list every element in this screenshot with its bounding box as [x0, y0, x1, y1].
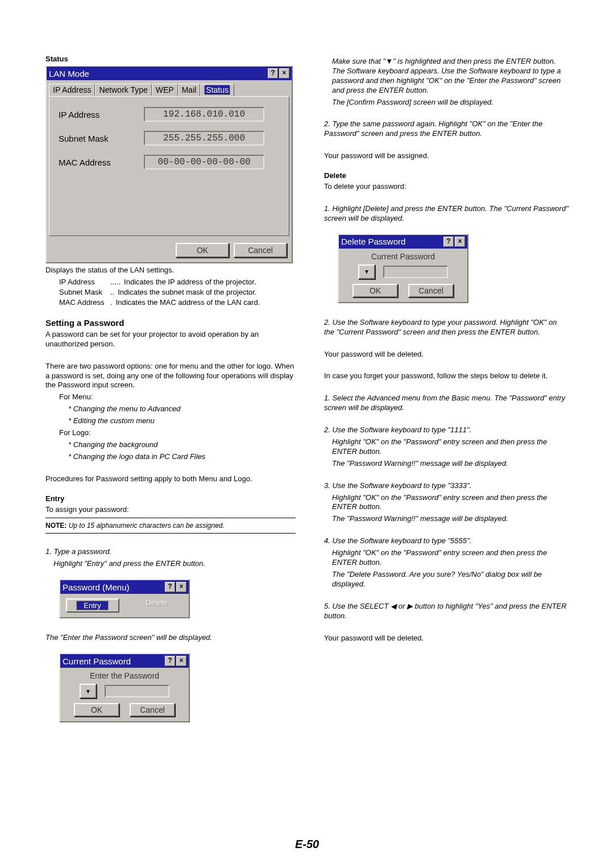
password-menu-titlebar: Password (Menu) ? ×: [60, 580, 189, 594]
delete-password-titlebar: Delete Password ? ×: [339, 235, 467, 249]
forgot-step-3a: 3. Use the Software keyboard to type "33…: [324, 481, 569, 491]
help-icon[interactable]: ?: [268, 68, 278, 78]
rcol-p1: Make sure that "▼" is highlighted and th…: [332, 57, 569, 96]
for-logo-label: For Logo:: [59, 428, 296, 438]
def-mac-dots: .: [110, 298, 113, 307]
def-subnet-desc: Indicates the subnet mask of the project…: [118, 288, 256, 296]
delete-step-2: 2. Use the Software keyboard to type you…: [324, 318, 569, 337]
menu-item-1: * Changing the menu to Advanced: [68, 404, 296, 414]
entry-button-label: Entry: [76, 601, 108, 610]
tab-network-type[interactable]: Network Type: [95, 84, 151, 96]
enter-password-caption: The "Enter the Password screen" will be …: [45, 633, 296, 643]
forgot-step-2b: Highlight "OK" on the "Password" entry s…: [332, 437, 569, 457]
setting-password-p2: There are two password options: one for …: [45, 362, 296, 391]
subnet-mask-value: 255.255.255.000: [144, 131, 264, 146]
forgot-step-4a: 4. Use the Software keyboard to type "55…: [324, 536, 569, 546]
enter-password-label: Enter the Password: [65, 671, 184, 680]
tab-ip-address[interactable]: IP Address: [49, 84, 95, 96]
note-rule-bottom: [45, 533, 296, 534]
def-subnet-dots: ..: [110, 288, 114, 296]
entry-step-1b: Highlight "Entry" and press the ENTER bu…: [53, 559, 296, 569]
def-ip-term: IP Address: [59, 278, 110, 286]
tab-mail[interactable]: Mail: [178, 84, 201, 96]
password-input[interactable]: [105, 685, 169, 697]
lan-mode-tabs: IP Address Network Type WEP Mail Status: [49, 84, 292, 96]
close-icon[interactable]: ×: [176, 656, 186, 666]
logo-item-2: * Changing the logo data in PC Card File…: [68, 452, 296, 462]
entry-step-1a: 1. Type a password.: [45, 547, 296, 557]
rcol-p2: 2. Type the same password again. Highlig…: [324, 119, 569, 139]
cancel-button[interactable]: Cancel: [234, 243, 287, 258]
status-heading: Status: [45, 55, 296, 63]
entry-heading: Entry: [45, 494, 296, 503]
chevron-down-icon: ▼: [85, 688, 91, 695]
delete-line: To delete your password:: [324, 182, 569, 192]
delete-step-1: 1. Highlight [Delete] and press the ENTE…: [324, 204, 569, 224]
menu-item-2: * Editing the custom menu: [68, 416, 296, 426]
password-deleted: Your password will be deleted.: [324, 350, 569, 359]
def-mac-desc: Indicates the MAC address of the LAN car…: [116, 298, 260, 307]
password-menu-dialog: Password (Menu) ? × Entry Delete: [59, 579, 190, 618]
forgot-step-3b: Highlight "OK" on the "Password" entry s…: [332, 493, 569, 512]
lan-mode-titlebar: LAN Mode ? ×: [47, 67, 292, 80]
help-icon[interactable]: ?: [443, 237, 454, 247]
entry-line: To assign your password:: [45, 505, 296, 515]
delete-password-title: Delete Password: [341, 237, 405, 246]
password-deleted-final: Your password will be deleted.: [324, 634, 569, 643]
logo-item-1: * Changing the background: [68, 440, 296, 450]
def-ip-desc: Indicates the IP address of the projecto…: [124, 278, 256, 286]
tab-status-label: Status: [204, 85, 230, 95]
note-text: NOTE: Up to 15 alphanumeric characters c…: [45, 522, 296, 530]
close-icon[interactable]: ×: [279, 68, 289, 78]
forgot-line: In case you forget your password, follow…: [324, 371, 569, 381]
for-menu-label: For Menu:: [59, 392, 296, 402]
delete-password-dialog: Delete Password ? × Current Password ▼ O…: [338, 234, 468, 303]
ip-address-value: 192.168.010.010: [144, 107, 264, 122]
help-icon[interactable]: ?: [165, 656, 175, 666]
forgot-step-4c: The "Delete Password. Are you sure? Yes/…: [332, 570, 569, 589]
forgot-step-2a: 2. Use the Software keyboard to type "11…: [324, 425, 569, 435]
delete-heading: Delete: [324, 171, 569, 180]
close-icon[interactable]: ×: [455, 237, 465, 247]
ok-button[interactable]: OK: [74, 703, 119, 717]
setting-password-heading: Setting a Password: [45, 318, 296, 328]
ok-button[interactable]: OK: [352, 284, 398, 297]
def-ip-dots: .....: [110, 278, 121, 286]
password-menu-title: Password (Menu): [63, 582, 130, 592]
cancel-button[interactable]: Cancel: [408, 284, 454, 297]
ip-address-label: IP Address: [59, 110, 144, 119]
cancel-button[interactable]: Cancel: [130, 703, 175, 717]
help-icon[interactable]: ?: [165, 582, 175, 592]
def-subnet-term: Subnet Mask: [59, 288, 110, 296]
close-icon[interactable]: ×: [176, 582, 186, 592]
status-definitions: IP Address.....Indicates the IP address …: [45, 278, 296, 307]
forgot-step-4b: Highlight "OK" on the "Password" entry s…: [332, 548, 569, 568]
rcol-p1b: The [Confirm Password] screen will be di…: [332, 98, 569, 108]
subnet-mask-label: Subnet Mask: [59, 134, 144, 143]
chevron-down-icon: ▼: [364, 268, 370, 275]
tab-status[interactable]: Status: [200, 84, 234, 96]
password-input[interactable]: [383, 266, 448, 278]
lan-mode-title: LAN Mode: [49, 69, 89, 78]
tab-wep[interactable]: WEP: [152, 84, 178, 96]
lan-status-tab-panel: IP Address 192.168.010.010 Subnet Mask 2…: [49, 96, 289, 236]
procedures-line: Procedures for Password setting apply to…: [45, 474, 296, 484]
current-password-title: Current Password: [63, 656, 131, 666]
current-password-dialog: Current Password ? × Enter the Password …: [59, 653, 190, 722]
mac-address-label: MAC Address: [59, 158, 144, 167]
forgot-step-2c: The "Password Warning!!" message will be…: [332, 459, 569, 469]
ok-button[interactable]: OK: [176, 243, 229, 258]
mac-address-value: 00-00-00-00-00-00: [144, 155, 264, 170]
current-password-label: Current Password: [343, 252, 463, 261]
note-rule-top: [45, 518, 296, 518]
delete-button-disabled: Delete: [146, 598, 168, 607]
lan-mode-dialog: LAN Mode ? × IP Address Network Type WEP…: [45, 65, 293, 263]
entry-button[interactable]: Entry: [66, 598, 119, 613]
status-description: Displays the status of the LAN settings.: [45, 266, 296, 275]
keyboard-dropdown-button[interactable]: ▼: [358, 264, 375, 279]
forgot-step-1: 1. Select the Advanced menu from the Bas…: [324, 394, 569, 413]
keyboard-dropdown-button[interactable]: ▼: [80, 684, 97, 698]
setting-password-p1: A password can be set for your projector…: [45, 330, 296, 349]
page-number: E-50: [0, 838, 614, 851]
current-password-titlebar: Current Password ? ×: [60, 654, 189, 668]
